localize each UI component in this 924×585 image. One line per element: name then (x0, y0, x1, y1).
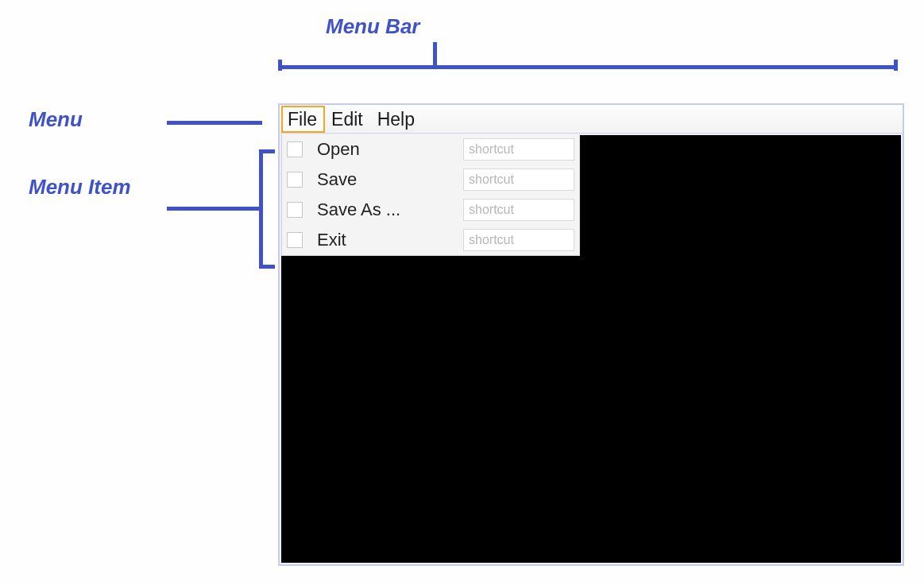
annotation-line (259, 149, 275, 153)
annotation-line (167, 207, 262, 211)
menu-item-shortcut: shortcut (463, 169, 574, 191)
menu-help[interactable]: Help (371, 106, 423, 133)
menu-label: Help (377, 109, 415, 130)
menubar: File Edit Help (280, 105, 903, 134)
menu-item-shortcut: shortcut (463, 138, 574, 161)
annotation-line (167, 121, 262, 125)
menu-item-exit[interactable]: Exit shortcut (282, 225, 579, 255)
menu-item-label: Open (317, 139, 463, 160)
annotation-line (259, 149, 263, 269)
annotation-line (278, 65, 898, 69)
checkbox-icon (287, 232, 303, 248)
menu-edit[interactable]: Edit (325, 106, 371, 133)
menu-label: Edit (331, 109, 363, 130)
menu-item-shortcut: shortcut (463, 229, 574, 251)
menu-item-open[interactable]: Open shortcut (282, 134, 579, 165)
application-window: File Edit Help Open shortcut Save shortc… (278, 103, 904, 566)
annotation-label-menuitem: Menu Item (29, 175, 131, 200)
annotation-line (433, 42, 437, 69)
menu-item-shortcut: shortcut (463, 199, 574, 221)
checkbox-icon (287, 202, 303, 218)
checkbox-icon (287, 141, 303, 157)
annotation-line (894, 60, 898, 71)
annotation-label-menu: Menu (29, 107, 83, 132)
menu-item-label: Exit (317, 230, 463, 250)
dropdown-menu: Open shortcut Save shortcut Save As ... … (281, 134, 580, 256)
menu-label: File (288, 109, 317, 130)
annotation-label-menubar: Menu Bar (326, 14, 419, 39)
menu-item-label: Save (317, 169, 463, 190)
annotation-line (278, 60, 282, 71)
annotation-line (259, 265, 275, 269)
menu-item-save[interactable]: Save shortcut (282, 165, 579, 195)
menu-file[interactable]: File (281, 106, 325, 133)
checkbox-icon (287, 172, 303, 188)
menu-item-label: Save As ... (317, 200, 463, 220)
menu-item-save-as[interactable]: Save As ... shortcut (282, 195, 579, 225)
